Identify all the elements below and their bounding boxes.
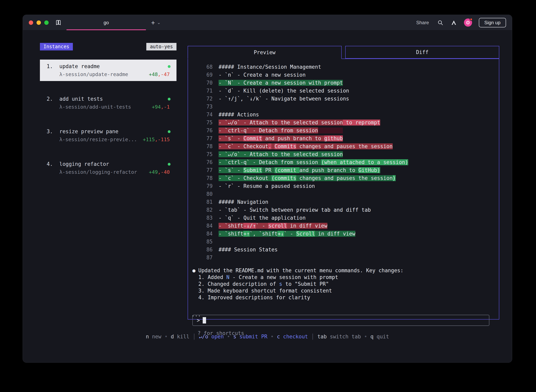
line-number: 83 [191, 214, 213, 222]
diff-line: 79- `r` - Resume a paused session [191, 182, 499, 190]
line-text: - `tab` - Switch between preview tab and… [219, 206, 371, 214]
line-text: - `shift-↓/↑` - scroll in diff view [219, 222, 327, 230]
tab-diff[interactable]: Diff [345, 46, 499, 59]
separator: │ [311, 334, 314, 340]
message-points: 1. Added N - Create a new session with p… [198, 274, 499, 301]
chevron-down-icon[interactable]: ⌄ [157, 20, 161, 25]
bookmarks-icon[interactable] [55, 20, 61, 26]
hint-submit-PR: s submit PR [233, 334, 267, 340]
hint-kill: d kill [171, 334, 189, 340]
diff-line: 70- `N` - Create a new session with prom… [191, 79, 499, 87]
line-text: - `ctrl-q` - Detach from session [219, 126, 343, 135]
sign-up-button[interactable]: Sign up [479, 18, 506, 27]
instance-deletions: ,-47 [158, 71, 170, 77]
message-point: 2. Changed description of s to "Submit P… [198, 281, 499, 287]
instance-item[interactable]: 2. add unit tests λ-session/add-unit-tes… [40, 92, 176, 114]
line-number: 74 [191, 111, 213, 119]
diff-line: 73 [191, 103, 499, 111]
notification-dot [470, 18, 473, 21]
line-number: 73 [191, 103, 213, 111]
diff-line: 84- `shift+↑`, `shift+↓` - Scroll in dif… [191, 230, 499, 238]
instance-deletions: ,-40 [158, 169, 170, 175]
message-intro: Updated the README.md with the current m… [198, 267, 403, 274]
terminal-window: go + ⌄ Share ⚙ Sign up [23, 15, 512, 363]
instance-stats: +49,-40 [149, 169, 170, 176]
window-controls [29, 20, 49, 25]
instance-item[interactable]: 4. logging refactor λ-session/logging-re… [40, 157, 176, 179]
instance-item[interactable]: 1. update readme λ-session/update-readme… [40, 60, 176, 81]
instances-sidebar: Instances auto-yes 1. update readme λ-se… [40, 43, 176, 190]
preview-panel-area: PreviewDiff 68##### Instance/Session Man… [188, 46, 499, 320]
inline-code: N [226, 274, 230, 280]
hint-checkout: c checkout [277, 334, 308, 340]
preview-pane: 68##### Instance/Session Management69- `… [188, 59, 499, 320]
minimize-window-button[interactable] [37, 20, 41, 25]
line-number: 76 [191, 158, 213, 166]
instance-additions: +94 [152, 104, 161, 110]
diff-line: 84- `shift-↓/↑` - scroll in diff view [191, 222, 499, 230]
overflow-indicator: ... [192, 312, 201, 317]
diff-line: 76- `ctrl-q` - Detach from session (when… [191, 158, 499, 166]
hint-quit: q quit [370, 334, 389, 340]
text-cursor [203, 317, 206, 323]
separator: • [227, 334, 230, 340]
diff-line: 78- `c` - Checkout (commits changes and … [191, 174, 499, 182]
statusbar: n new•d kill│↵/o open•s submit PR•c chec… [23, 334, 512, 340]
instance-additions: +48 [149, 71, 158, 77]
line-number: 77 [191, 166, 213, 174]
diff-line: 87 [191, 254, 499, 261]
gear-icon: ⚙ [466, 20, 470, 25]
tab-go[interactable]: go [66, 15, 146, 30]
line-number: 86 [191, 246, 213, 254]
diff-line: 82- `tab` - Switch between preview tab a… [191, 206, 499, 214]
instance-list: 1. update readme λ-session/update-readme… [40, 60, 176, 179]
line-text: - `n` - Create a new session [219, 71, 305, 79]
share-button[interactable]: Share [416, 20, 429, 25]
instance-number: 1. [47, 63, 59, 70]
instance-item[interactable]: 3. resize preview pane λ-session/resize-… [40, 125, 176, 146]
instance-title: resize preview pane [59, 128, 118, 135]
line-number: 80 [191, 190, 213, 198]
hint-new: n new [146, 334, 161, 340]
line-text: ##### Navigation [219, 198, 268, 206]
prompt-input[interactable]: > [192, 315, 489, 326]
tab-preview[interactable]: Preview [188, 46, 342, 59]
diff-line: 77- `s` - Commit and push branch to gith… [191, 135, 499, 142]
instance-deletions: ,-1 [161, 104, 170, 110]
prompt-symbol: > [197, 317, 200, 323]
line-text: - `r` - Resume a paused session [219, 182, 315, 190]
diff-line: 74##### Actions [191, 111, 499, 119]
line-number: 82 [191, 206, 213, 214]
new-tab-button[interactable]: + [151, 19, 155, 26]
line-text: - `N` - Create a new session with prompt [219, 79, 343, 87]
instance-stats: +115,-115 [143, 136, 170, 143]
line-text: - `↵/o` - Attach to the selected session… [219, 119, 380, 126]
line-text: - `↵/o` - Attach to the selected session [219, 150, 343, 158]
line-text: - `↑/j`, `↓/k` - Navigate between sessio… [219, 95, 349, 103]
separator: • [271, 334, 274, 340]
instance-title: update readme [59, 63, 100, 70]
hint-open: ↵/o open [199, 334, 224, 340]
instance-title: add unit tests [59, 95, 103, 103]
line-number: 87 [191, 254, 213, 261]
instances-label: Instances [40, 43, 73, 51]
app-logo-icon[interactable] [450, 19, 457, 26]
separator: • [165, 334, 168, 340]
line-number: 75 [191, 150, 213, 158]
settings-avatar-button[interactable]: ⚙ [464, 19, 472, 27]
line-text: - `s` - Commit and push branch to github [219, 135, 343, 142]
search-icon[interactable] [437, 19, 444, 26]
bullet-icon: ● [192, 267, 198, 274]
message-point: 4. Improved descriptions for clarity [198, 294, 499, 301]
instance-stats: +48,-47 [149, 71, 170, 78]
line-number: 84 [191, 230, 213, 238]
close-window-button[interactable] [29, 20, 33, 25]
separator: │ [193, 334, 196, 340]
instance-branch: λ-session/resize-previe... [59, 136, 137, 143]
diff-line: 83- `q` - Quit the application [191, 214, 499, 222]
diff-line: 69- `n` - Create a new session [191, 71, 499, 79]
diff-content: 68##### Instance/Session Management69- `… [191, 63, 499, 261]
zoom-window-button[interactable] [44, 20, 49, 25]
diff-line: 78- `c` - Checkout. Commits changes and … [191, 142, 499, 150]
instance-number: 4. [47, 160, 59, 168]
